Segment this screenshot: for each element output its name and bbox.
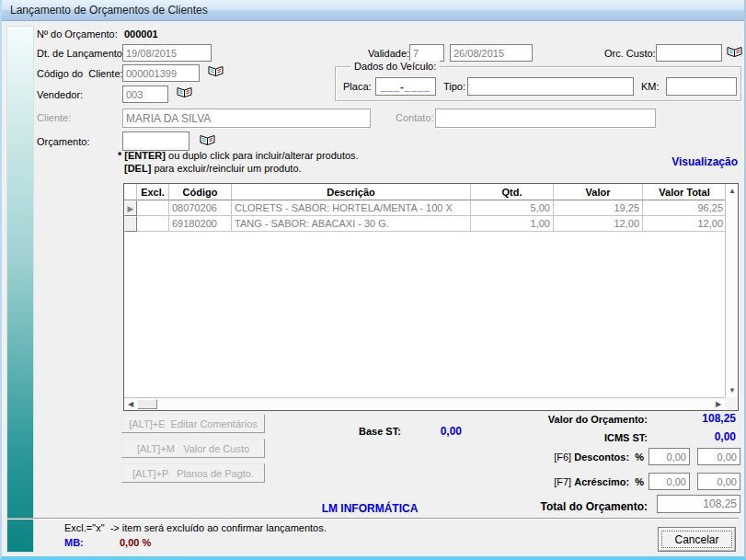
km-label: KM: [641,81,660,92]
mb-value: 0,00 % [120,537,151,548]
icms-st-label: ICMS ST: [499,432,648,443]
client-code-label: Código do Cliente: [37,68,123,79]
cell-codigo[interactable]: 69180200 [169,216,232,232]
scroll-up-icon[interactable]: ▲ [726,185,739,197]
payment-plans-button[interactable]: [ALT]+P Planos de Pagto. [121,463,265,483]
client-code-input[interactable] [122,64,200,82]
client-code-lookup-icon[interactable] [206,63,224,80]
current-row-indicator-icon: ▶ [124,200,137,216]
budget-value-label: Valor do Orçamento: [499,414,648,425]
exclusion-note: Excl.="x" -> item será excluído ao confi… [64,522,327,533]
cost-budget-input[interactable] [656,44,722,62]
table-row[interactable]: 69180200 TANG - SABOR: ABACAXI - 30 G. 1… [124,216,725,232]
cell-valor-total[interactable]: 12,00 [643,216,725,232]
launch-date-input[interactable] [122,44,212,62]
discount-value-input[interactable] [697,448,740,465]
validity-days-input[interactable] [409,44,444,62]
horizontal-scroll-thumb[interactable] [137,399,157,409]
cancel-button-label: Cancelar [661,531,732,548]
salesperson-label: Vendedor: [37,89,83,100]
vehicle-type-label: Tipo: [443,81,465,92]
visualization-link[interactable]: Visualização [646,155,738,168]
budget-number-label: Nº do Orçamento: [37,29,118,40]
salesperson-lookup-icon[interactable] [175,85,193,101]
cell-descricao[interactable]: TANG - SABOR: ABACAXI - 30 G. [232,216,471,232]
row-indicator [124,216,137,232]
cost-budget-label: Orc. Custo: [604,48,656,59]
instruction-enter: * [ENTER] ou duplo click para incluir/al… [118,150,359,161]
validity-date-input[interactable] [450,44,533,62]
cell-excl[interactable] [137,200,169,216]
edit-comments-button[interactable]: [ALT]+E Editar Comentários [121,414,265,433]
cost-budget-lookup-icon[interactable] [725,44,743,61]
validity-label: Validade: [368,48,409,59]
grid-header-descricao: Descrição [232,184,471,200]
sidebar-gradient [6,26,34,553]
cell-qtd[interactable]: 5,00 [471,200,554,216]
budget-label: Orçamento: [37,136,89,147]
horizontal-scrollbar[interactable]: ◀ ▶ [124,397,725,410]
surcharge-percent-input[interactable] [648,473,690,490]
vehicle-type-input[interactable] [467,77,634,96]
budget-entry-window: Lançamento de Orçamentos de Clientes Nº … [0,0,746,560]
budget-value-amount: 108,25 [664,412,736,425]
grid-header-row: Excl. Código Descrição Qtd. Valor Valor … [124,184,725,200]
base-st-value: 0,00 [416,425,462,438]
scrollbar-corner [725,397,738,410]
plate-input[interactable] [375,77,436,96]
vertical-scrollbar[interactable]: ▲ ▼ [725,184,738,397]
grid-header-valor: Valor [554,184,643,200]
launch-date-label: Dt. de Lançamento: [37,48,125,59]
base-st-label: Base ST: [359,426,401,437]
plate-label: Placa: [343,81,372,92]
cell-valor[interactable]: 12,00 [554,216,643,232]
grid-header-codigo: Código [169,184,232,200]
discount-label: [F6] Descontos: % [499,451,644,463]
brand-text: LM INFORMÁTICA [269,502,471,515]
titlebar[interactable]: Lançamento de Orçamentos de Clientes [2,0,744,21]
cost-value-button[interactable]: [ALT]+M Valor de Custo [121,439,265,458]
budget-number-value: 000001 [124,29,158,40]
surcharge-value-input[interactable] [697,473,740,490]
mb-label: MB: [64,537,84,548]
grid-header-indicator [124,184,137,200]
grid-header-excl: Excl. [137,184,169,200]
surcharge-label: [F7] Acréscimo: % [499,476,644,487]
client-name-label: Cliente: [37,112,71,123]
grid-header-qtd: Qtd. [471,184,554,200]
discount-percent-input[interactable] [648,448,690,465]
table-row[interactable]: ▶ 08070206 CLORETS - SABOR: HORTELA/MENT… [124,200,725,216]
contact-input[interactable] [435,109,656,128]
vehicle-group-title: Dados do Veículo: [350,61,440,72]
salesperson-input[interactable] [122,86,168,103]
products-grid[interactable]: Excl. Código Descrição Qtd. Valor Valor … [123,183,739,411]
cancel-button[interactable]: Cancelar [658,527,736,552]
budget-total-input[interactable] [657,495,740,513]
cell-descricao[interactable]: CLORETS - SABOR: HORTELA/MENTA - 100 X [232,200,471,216]
grid-header-valor-total: Valor Total [643,184,725,200]
icms-st-value: 0,00 [664,430,736,443]
cell-qtd[interactable]: 1,00 [471,216,554,232]
instruction-del: [DEL] para excluir/reincluir um produto. [124,163,302,174]
cell-valor[interactable]: 19,25 [554,200,643,216]
scroll-down-icon[interactable]: ▼ [726,384,739,396]
cell-excl[interactable] [137,216,169,232]
scroll-right-icon[interactable]: ▶ [712,398,725,410]
budget-total-label: Total do Orçamento: [499,500,648,513]
scroll-left-icon[interactable]: ◀ [124,398,137,410]
cell-valor-total[interactable]: 96,25 [643,200,725,216]
cell-codigo[interactable]: 08070206 [169,200,232,216]
client-name-input[interactable] [122,109,371,128]
contact-label: Contato: [396,112,434,123]
footer-divider [7,518,739,520]
km-input[interactable] [666,77,737,96]
budget-input[interactable] [122,131,189,151]
window-title: Lançamento de Orçamentos de Clientes [10,4,208,17]
grid-body: Excl. Código Descrição Qtd. Valor Valor … [124,184,725,397]
budget-lookup-icon[interactable] [198,132,216,149]
